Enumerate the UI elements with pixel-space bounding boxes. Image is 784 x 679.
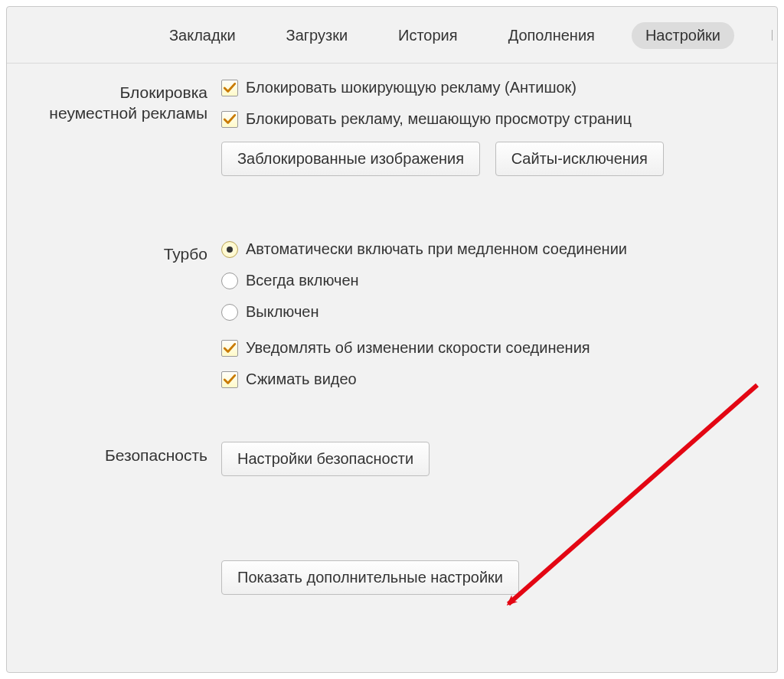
section-ad-blocking-body: Блокировать шокирующую рекламу (Антишок)… [221, 79, 746, 187]
tab-history[interactable]: История [384, 22, 472, 49]
section-turbo: Турбо Автоматически включать при медленн… [7, 240, 777, 388]
ad-block-title-line2: неуместной рекламы [49, 104, 207, 122]
section-advanced: Показать дополнительные настройки [7, 560, 777, 595]
top-tabs: Закладки Загрузки История Дополнения Нас… [7, 7, 777, 63]
label-antishock: Блокировать шокирующую рекламу (Антишок) [246, 79, 577, 96]
checkbox-interfering-ads[interactable] [221, 111, 238, 128]
label-compress-video: Сжимать видео [246, 371, 357, 388]
check-icon [223, 373, 237, 387]
checkbox-notify-speed[interactable] [221, 340, 238, 357]
checkbox-antishock[interactable] [221, 80, 238, 96]
tab-settings[interactable]: Настройки [632, 22, 734, 49]
check-icon [223, 81, 237, 95]
label-notify-speed: Уведомлять об изменении скорости соедине… [246, 339, 590, 357]
tab-cutoff[interactable]: Б [757, 22, 773, 49]
ad-block-title-line1: Блокировка [120, 83, 207, 101]
tab-addons[interactable]: Дополнения [495, 22, 609, 49]
tab-downloads[interactable]: Загрузки [273, 22, 362, 49]
radio-turbo-always[interactable] [221, 273, 238, 289]
blocked-images-button[interactable]: Заблокированные изображения [221, 142, 480, 176]
settings-content: Блокировка неуместной рекламы Блокироват… [7, 64, 777, 595]
section-security-label: Безопасность [7, 442, 221, 465]
show-advanced-button[interactable]: Показать дополнительные настройки [221, 560, 519, 595]
label-turbo-off: Выключен [246, 303, 319, 321]
label-interfering-ads: Блокировать рекламу, мешающую просмотру … [246, 110, 632, 128]
section-security-body: Настройки безопасности [221, 442, 746, 476]
security-settings-button[interactable]: Настройки безопасности [221, 442, 430, 476]
section-ad-blocking: Блокировка неуместной рекламы Блокироват… [7, 79, 777, 187]
label-turbo-auto: Автоматически включать при медленном сое… [246, 240, 627, 258]
site-exceptions-button[interactable]: Сайты-исключения [495, 142, 664, 176]
radio-turbo-off[interactable] [221, 304, 238, 321]
section-advanced-body: Показать дополнительные настройки [221, 560, 746, 595]
section-advanced-spacer [7, 560, 221, 563]
check-icon [223, 341, 237, 355]
radio-turbo-auto[interactable] [221, 241, 238, 258]
section-turbo-label: Турбо [7, 240, 221, 264]
label-turbo-always: Всегда включен [246, 272, 359, 289]
tab-bookmarks[interactable]: Закладки [155, 22, 250, 49]
check-icon [223, 113, 237, 126]
section-ad-blocking-label: Блокировка неуместной рекламы [7, 79, 221, 124]
section-turbo-body: Автоматически включать при медленном сое… [221, 240, 746, 388]
settings-window: Закладки Загрузки История Дополнения Нас… [6, 6, 778, 673]
section-security: Безопасность Настройки безопасности [7, 442, 777, 476]
checkbox-compress-video[interactable] [221, 371, 238, 388]
